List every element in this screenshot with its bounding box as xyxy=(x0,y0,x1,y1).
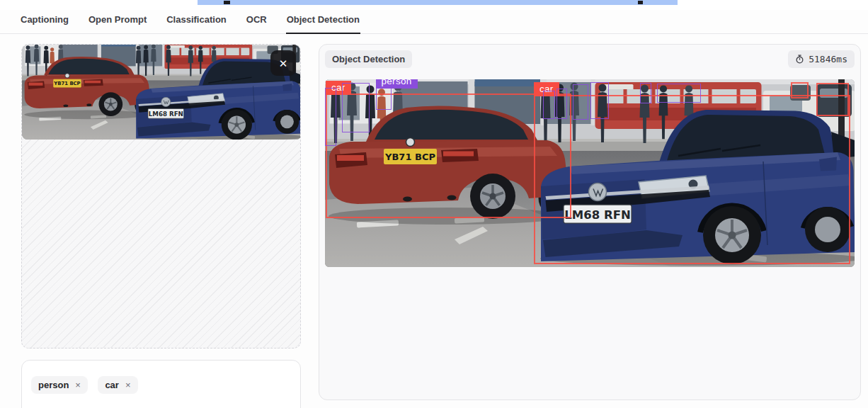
close-icon: ✕ xyxy=(279,58,288,69)
uploaded-image xyxy=(22,45,301,140)
remove-tag-icon[interactable]: × xyxy=(75,380,81,390)
detection-box-car: car xyxy=(534,95,850,264)
tab-classification[interactable]: Classification xyxy=(166,10,227,33)
text-selection-highlight xyxy=(198,0,678,5)
detection-box-person xyxy=(556,89,567,119)
content: ✕ person × car × Object Detection xyxy=(0,34,868,408)
remove-tag-icon[interactable]: × xyxy=(125,380,131,390)
clipped-text-fragment xyxy=(638,1,643,4)
tab-object-detection[interactable]: Object Detection xyxy=(286,10,360,34)
labels-input-card[interactable]: person × car × xyxy=(21,360,301,408)
detection-box-person xyxy=(543,91,555,119)
detection-result-image: carcarperson xyxy=(325,79,855,267)
detection-class-label: person xyxy=(376,79,418,89)
detection-box-person xyxy=(640,83,651,103)
input-column: ✕ person × car × xyxy=(21,44,301,408)
duration-text: 51846ms xyxy=(809,54,847,64)
detection-box-person xyxy=(590,82,609,119)
detection-box-person xyxy=(342,83,370,132)
detection-overlay: carcarperson xyxy=(325,79,855,267)
label-chip-car: car × xyxy=(98,376,137,394)
chip-label: car xyxy=(105,380,119,390)
uploaded-image-thumbnail: ✕ xyxy=(22,45,301,140)
result-card: Object Detection 51846ms carcarperson xyxy=(319,44,861,400)
label-chip-person: person × xyxy=(31,376,88,394)
remove-image-button[interactable]: ✕ xyxy=(270,50,296,76)
stopwatch-icon xyxy=(795,55,804,64)
detection-box-car xyxy=(816,83,849,116)
app-root: Captioning Open Prompt Classification OC… xyxy=(0,0,868,408)
detection-box-person xyxy=(573,84,588,120)
tab-bar: Captioning Open Prompt Classification OC… xyxy=(0,10,868,34)
detection-box-person: person xyxy=(376,88,392,110)
timing-badge: 51846ms xyxy=(788,50,855,68)
tab-ocr[interactable]: OCR xyxy=(246,10,268,33)
clipped-text-fragment xyxy=(224,1,230,4)
image-dropzone[interactable]: ✕ xyxy=(21,44,301,348)
detection-box-person xyxy=(325,88,336,146)
tab-captioning[interactable]: Captioning xyxy=(20,10,69,33)
chip-label: person xyxy=(38,380,69,390)
result-card-header: Object Detection 51846ms xyxy=(325,50,855,68)
detection-box-car xyxy=(791,82,809,98)
top-strip xyxy=(0,0,868,10)
result-title-badge: Object Detection xyxy=(325,50,412,68)
tab-open-prompt[interactable]: Open Prompt xyxy=(88,10,147,33)
detection-box-person xyxy=(657,84,701,103)
